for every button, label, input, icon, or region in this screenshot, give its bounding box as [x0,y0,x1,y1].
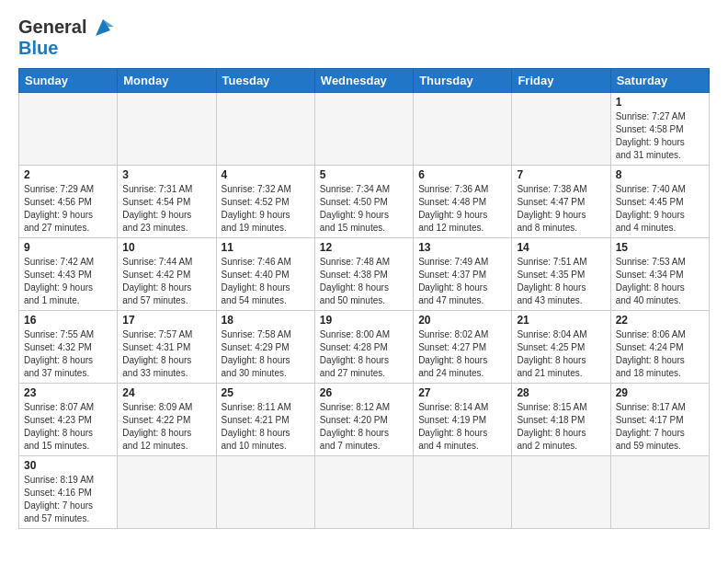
weekday-header-friday: Friday [512,69,610,93]
day-number: 28 [517,386,605,399]
day-info: Sunrise: 7:42 AM Sunset: 4:43 PM Dayligh… [24,256,112,307]
day-info: Sunrise: 8:07 AM Sunset: 4:23 PM Dayligh… [24,401,112,453]
calendar-cell: 26Sunrise: 8:12 AM Sunset: 4:20 PM Dayli… [314,384,413,456]
day-info: Sunrise: 8:06 AM Sunset: 4:24 PM Dayligh… [616,328,704,380]
calendar-cell [118,456,216,529]
svg-marker-0 [96,19,110,36]
calendar-row-6: 30Sunrise: 8:19 AM Sunset: 4:16 PM Dayli… [19,456,710,529]
day-number: 7 [517,168,605,181]
day-number: 6 [418,168,506,181]
calendar-cell [19,93,118,166]
day-number: 27 [418,386,506,399]
day-info: Sunrise: 8:19 AM Sunset: 4:16 PM Dayligh… [24,474,112,525]
day-info: Sunrise: 8:11 AM Sunset: 4:21 PM Dayligh… [222,401,310,453]
calendar-row-1: 1Sunrise: 7:27 AM Sunset: 4:58 PM Daylig… [19,93,710,166]
day-number: 30 [24,459,112,472]
day-number: 5 [320,168,408,181]
day-number: 24 [122,386,210,399]
weekday-header-wednesday: Wednesday [314,69,413,93]
day-number: 17 [122,314,210,327]
day-number: 14 [517,241,605,254]
calendar-cell: 10Sunrise: 7:44 AM Sunset: 4:42 PM Dayli… [118,238,216,311]
logo: General Blue [18,17,116,59]
day-info: Sunrise: 8:12 AM Sunset: 4:20 PM Dayligh… [320,401,408,453]
day-number: 20 [418,314,506,327]
day-info: Sunrise: 7:29 AM Sunset: 4:56 PM Dayligh… [24,183,112,235]
day-number: 23 [24,386,112,399]
calendar-cell: 28Sunrise: 8:15 AM Sunset: 4:18 PM Dayli… [512,384,610,456]
day-info: Sunrise: 8:04 AM Sunset: 4:25 PM Dayligh… [517,328,605,380]
calendar-cell: 1Sunrise: 7:27 AM Sunset: 4:58 PM Daylig… [610,93,709,166]
day-info: Sunrise: 7:53 AM Sunset: 4:34 PM Dayligh… [616,256,704,307]
calendar-cell: 2Sunrise: 7:29 AM Sunset: 4:56 PM Daylig… [19,166,118,238]
day-info: Sunrise: 7:51 AM Sunset: 4:35 PM Dayligh… [517,256,605,307]
day-number: 29 [616,386,704,399]
calendar-cell: 18Sunrise: 7:58 AM Sunset: 4:29 PM Dayli… [216,311,314,384]
calendar-table: SundayMondayTuesdayWednesdayThursdayFrid… [18,68,710,529]
day-info: Sunrise: 7:55 AM Sunset: 4:32 PM Dayligh… [24,328,112,380]
calendar-cell: 6Sunrise: 7:36 AM Sunset: 4:48 PM Daylig… [414,166,512,238]
calendar-cell: 9Sunrise: 7:42 AM Sunset: 4:43 PM Daylig… [19,238,118,311]
calendar-row-4: 16Sunrise: 7:55 AM Sunset: 4:32 PM Dayli… [19,311,710,384]
calendar-cell [414,456,512,529]
day-number: 15 [616,241,704,254]
calendar-cell: 25Sunrise: 8:11 AM Sunset: 4:21 PM Dayli… [216,384,314,456]
calendar-cell: 19Sunrise: 8:00 AM Sunset: 4:28 PM Dayli… [314,311,413,384]
weekday-header-thursday: Thursday [414,69,512,93]
day-info: Sunrise: 8:17 AM Sunset: 4:17 PM Dayligh… [616,401,704,453]
day-number: 16 [24,314,112,327]
day-info: Sunrise: 7:32 AM Sunset: 4:52 PM Dayligh… [222,183,310,235]
calendar-cell: 13Sunrise: 7:49 AM Sunset: 4:37 PM Dayli… [414,238,512,311]
calendar-cell [610,456,709,529]
day-number: 4 [222,168,310,181]
day-number: 18 [222,314,310,327]
calendar-cell: 24Sunrise: 8:09 AM Sunset: 4:22 PM Dayli… [118,384,216,456]
day-number: 13 [418,241,506,254]
calendar-cell [512,456,610,529]
day-info: Sunrise: 7:31 AM Sunset: 4:54 PM Dayligh… [122,183,210,235]
calendar-cell [414,93,512,166]
weekday-header-row: SundayMondayTuesdayWednesdayThursdayFrid… [19,69,710,93]
day-info: Sunrise: 7:34 AM Sunset: 4:50 PM Dayligh… [320,183,408,235]
header: General Blue [18,17,710,59]
day-info: Sunrise: 7:44 AM Sunset: 4:42 PM Dayligh… [122,256,210,307]
weekday-header-monday: Monday [118,69,216,93]
page: General Blue SundayMondayTuesdayWednesda… [0,0,728,563]
day-number: 10 [122,241,210,254]
day-info: Sunrise: 7:57 AM Sunset: 4:31 PM Dayligh… [122,328,210,380]
calendar-cell: 16Sunrise: 7:55 AM Sunset: 4:32 PM Dayli… [19,311,118,384]
calendar-cell [512,93,610,166]
day-info: Sunrise: 7:40 AM Sunset: 4:45 PM Dayligh… [616,183,704,235]
calendar-cell: 7Sunrise: 7:38 AM Sunset: 4:47 PM Daylig… [512,166,610,238]
calendar-row-5: 23Sunrise: 8:07 AM Sunset: 4:23 PM Dayli… [19,384,710,456]
day-number: 12 [320,241,408,254]
calendar-cell: 14Sunrise: 7:51 AM Sunset: 4:35 PM Dayli… [512,238,610,311]
day-number: 9 [24,241,112,254]
day-number: 8 [616,168,704,181]
calendar-cell [314,93,413,166]
weekday-header-tuesday: Tuesday [216,69,314,93]
day-number: 22 [616,314,704,327]
day-info: Sunrise: 8:02 AM Sunset: 4:27 PM Dayligh… [418,328,506,380]
day-info: Sunrise: 7:58 AM Sunset: 4:29 PM Dayligh… [222,328,310,380]
day-info: Sunrise: 8:15 AM Sunset: 4:18 PM Dayligh… [517,401,605,453]
day-info: Sunrise: 7:27 AM Sunset: 4:58 PM Dayligh… [616,110,704,162]
calendar-cell: 4Sunrise: 7:32 AM Sunset: 4:52 PM Daylig… [216,166,314,238]
calendar-cell [314,456,413,529]
day-number: 19 [320,314,408,327]
calendar-cell: 21Sunrise: 8:04 AM Sunset: 4:25 PM Dayli… [512,311,610,384]
day-number: 21 [517,314,605,327]
logo-blue-text: Blue [18,38,58,58]
calendar-cell: 8Sunrise: 7:40 AM Sunset: 4:45 PM Daylig… [610,166,709,238]
day-number: 11 [222,241,310,254]
calendar-row-3: 9Sunrise: 7:42 AM Sunset: 4:43 PM Daylig… [19,238,710,311]
day-info: Sunrise: 7:36 AM Sunset: 4:48 PM Dayligh… [418,183,506,235]
calendar-cell: 30Sunrise: 8:19 AM Sunset: 4:16 PM Dayli… [19,456,118,529]
calendar-cell: 5Sunrise: 7:34 AM Sunset: 4:50 PM Daylig… [314,166,413,238]
calendar-cell: 11Sunrise: 7:46 AM Sunset: 4:40 PM Dayli… [216,238,314,311]
calendar-cell: 29Sunrise: 8:17 AM Sunset: 4:17 PM Dayli… [610,384,709,456]
day-number: 3 [122,168,210,181]
calendar-cell: 12Sunrise: 7:48 AM Sunset: 4:38 PM Dayli… [314,238,413,311]
day-info: Sunrise: 8:00 AM Sunset: 4:28 PM Dayligh… [320,328,408,380]
calendar-cell [216,93,314,166]
